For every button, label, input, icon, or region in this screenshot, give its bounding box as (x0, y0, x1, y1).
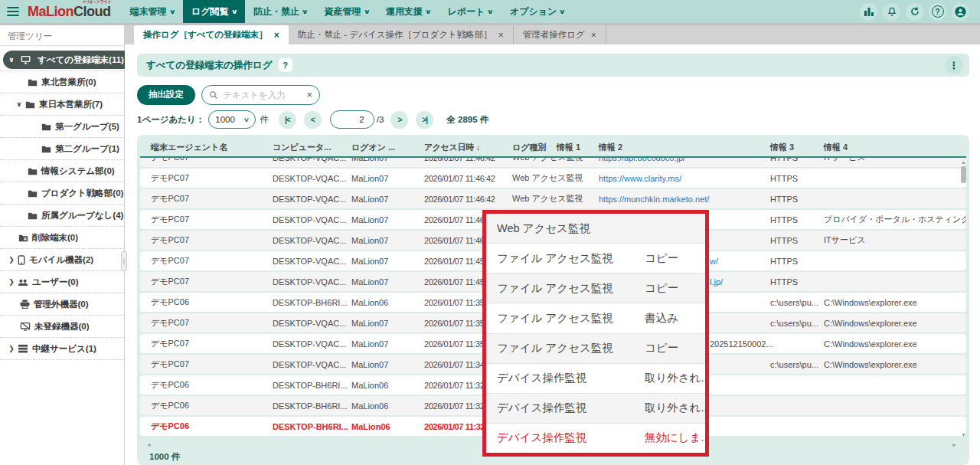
per-page-select[interactable]: 1000∨ (208, 110, 256, 129)
table-cell: DESKTOP-BH6RI... (273, 381, 351, 390)
table-cell: c:\users\pu... (770, 360, 824, 369)
sidebar-item[interactable]: 東北営業所(0) (0, 71, 124, 93)
first-page-button[interactable]: |< (279, 111, 296, 129)
nav-menu-item[interactable]: 防止・禁止∨ (245, 0, 316, 23)
sidebar-item[interactable]: 管理外機器(0) (0, 293, 124, 316)
panel-kebab-menu-icon[interactable]: ⋮ (945, 56, 963, 74)
search-clear-icon[interactable]: × (306, 89, 312, 100)
tab-close-icon[interactable]: × (274, 30, 279, 41)
nav-menu-item[interactable]: 資産管理∨ (316, 0, 378, 23)
table-row[interactable]: デモPC07DESKTOP-VQAC...MaLion072026/01/07 … (140, 158, 966, 167)
account-icon[interactable] (952, 3, 969, 21)
nav-menu-label: 資産管理 (325, 5, 361, 18)
vscroll-thumb[interactable] (961, 166, 966, 183)
table-cell: Web アクセス監視 (512, 158, 557, 163)
table-cell: DESKTOP-VQAC... (273, 195, 351, 204)
refresh-icon[interactable] (906, 3, 923, 21)
nav-menu-active[interactable]: ログ閲覧∨ (183, 0, 245, 23)
column-header[interactable]: 情報 2 (599, 142, 770, 153)
sidebar-item[interactable]: プロダクト戦略部(0) (0, 182, 124, 205)
column-header[interactable]: ログオン ... (351, 142, 424, 153)
tree-caret-icon[interactable]: ∨ (8, 56, 15, 64)
sidebar-item[interactable]: ❯モバイル機器(2) (0, 249, 124, 271)
stats-icon[interactable] (860, 3, 877, 21)
panel-help-icon[interactable]: ? (279, 58, 292, 72)
scroll-up-icon[interactable]: ▲ (961, 159, 966, 165)
sidebar-item[interactable]: 所属グループなし(4) (0, 205, 124, 227)
magnified-log-row: Web アクセス監視 (486, 214, 705, 244)
sidebar-item[interactable]: ∨すべての登録端末(11) (0, 49, 124, 71)
help-icon[interactable]: ? (929, 3, 946, 21)
sort-desc-icon: ↓ (476, 142, 480, 152)
table-cell: C:\Windows\explorer.exe (824, 360, 966, 369)
search-box[interactable]: × (201, 85, 320, 105)
column-header[interactable]: 情報 3 (770, 142, 824, 153)
scroll-left-icon[interactable]: ◄ (146, 442, 152, 447)
hamburger-menu-icon[interactable] (0, 0, 26, 23)
column-header[interactable]: コンピュータ... (273, 142, 351, 153)
next-page-button[interactable]: > (390, 111, 408, 129)
last-page-button[interactable]: >| (416, 111, 433, 129)
table-cell: デモPC06 (140, 379, 273, 391)
table-cell: MaLion07 (351, 215, 424, 224)
sidebar-item[interactable]: ❯ユーザー(0) (0, 271, 124, 293)
prev-page-button[interactable]: < (304, 111, 322, 129)
table-cell: DESKTOP-VQAC... (273, 215, 351, 224)
nav-menu-label: 防止・禁止 (253, 5, 299, 18)
table-cell: MaLion07 (351, 195, 424, 204)
nav-menu-item[interactable]: 端末管理∨ (122, 0, 184, 23)
tree-item-label: 第二グループ(1) (55, 143, 119, 155)
column-header[interactable]: 端末エージェント名 (140, 142, 273, 153)
sidebar-resize-handle[interactable]: ⋮ (121, 251, 127, 271)
column-header[interactable]: アクセス日時↓ (424, 142, 512, 153)
tab[interactable]: 管理者操作ログ× (514, 25, 606, 44)
tab-label: 管理者操作ログ (523, 29, 585, 41)
magnified-log-info: 取り外され... (645, 371, 705, 385)
search-input[interactable] (223, 90, 293, 100)
tab[interactable]: 防止・禁止 - デバイス操作［プロダクト戦略部］× (289, 25, 514, 44)
scroll-down-icon[interactable]: ▼ (961, 432, 966, 437)
extract-settings-button[interactable]: 抽出設定 (137, 85, 195, 105)
sidebar-item[interactable]: 削除端末(0) (0, 227, 124, 249)
sidebar-item[interactable]: ❯中継サービス(1) (0, 338, 124, 360)
table-cell: C:\Windows\explorer.exe (824, 298, 966, 307)
table-cell: DESKTOP-BH6RI... (273, 298, 351, 307)
sidebar-item[interactable]: 第二グループ(1) (0, 138, 124, 160)
table-cell: ITサービス (824, 158, 966, 163)
scroll-right-icon[interactable]: ► (952, 442, 957, 447)
column-header[interactable]: 情報 4 (824, 142, 966, 153)
tree-caret-icon[interactable]: ❯ (8, 256, 15, 264)
nav-menu-item[interactable]: オプション∨ (501, 0, 573, 23)
tree-caret-icon[interactable]: ❯ (8, 345, 15, 352)
tree-caret-icon[interactable]: ∨ (15, 100, 23, 108)
tab-close-icon[interactable]: × (498, 30, 504, 41)
page-number-input[interactable] (330, 110, 374, 129)
table-row[interactable]: デモPC07DESKTOP-VQAC...MaLion072026/01/07 … (140, 169, 966, 188)
bell-icon[interactable] (883, 3, 900, 21)
chevron-down-icon: ∨ (302, 8, 309, 15)
table-cell: DESKTOP-VQAC... (273, 360, 351, 369)
chevron-down-icon: ∨ (168, 8, 175, 15)
sidebar-item[interactable]: 情報システム部(0) (0, 160, 124, 182)
tab-close-icon[interactable]: × (591, 30, 596, 41)
table-cell: MaLion07 (351, 158, 424, 162)
vertical-scrollbar[interactable]: ▲ ▼ (960, 159, 967, 437)
nav-menu-item[interactable]: レポート∨ (439, 0, 501, 23)
table-cell: C:\Windows\explorer.exe (824, 319, 966, 328)
sidebar-item[interactable]: 未登録機器(0) (0, 316, 124, 338)
tab-active[interactable]: 操作ログ［すべての登録端末］× (134, 25, 289, 44)
table-row[interactable]: デモPC07DESKTOP-VQAC...MaLion072026/01/07 … (140, 189, 966, 208)
column-header[interactable]: ログ種別 (512, 142, 557, 153)
tree-caret-icon[interactable]: ❯ (8, 278, 15, 286)
tree-item-label: モバイル機器(2) (29, 254, 93, 266)
table-cell: MaLion07 (351, 174, 424, 183)
page-title: すべての登録端末の操作ログ (146, 59, 273, 72)
sidebar-item[interactable]: ∨東日本営業所(7) (0, 93, 124, 116)
sidebar-item[interactable]: 第一グループ(5) (0, 116, 124, 138)
per-page-unit: 件 (260, 114, 269, 126)
panel-titlebar: すべての登録端末の操作ログ ? ⋮ (137, 54, 969, 77)
column-header[interactable]: 情報 1 (557, 142, 599, 153)
table-cell: デモPC07 (140, 214, 273, 225)
nav-menu-item[interactable]: 運用支援∨ (377, 0, 439, 23)
table-cell: DESKTOP-VQAC... (273, 158, 351, 162)
